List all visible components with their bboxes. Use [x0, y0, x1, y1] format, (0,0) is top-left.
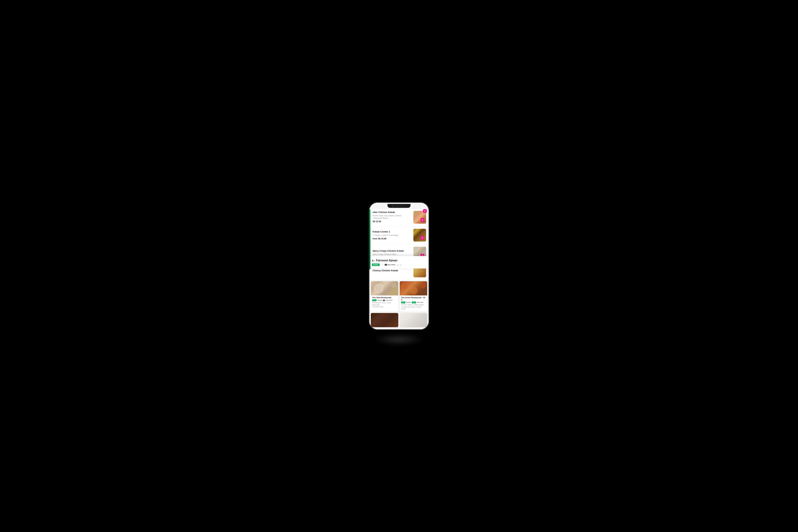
scene: + utter Chicken Kebab Home-made Juicy Bu… — [362, 193, 436, 339]
view-bowl — [391, 283, 397, 288]
grove-dish1 — [401, 282, 408, 289]
item-desc-combo: 1 Kebab, 1 side & 1 beverage — [373, 234, 412, 236]
item-desc-spicy: Spicy Crispy Chicken Fillet + — [373, 253, 412, 255]
grove-restaurant-image — [400, 281, 427, 296]
view-plate — [374, 284, 383, 293]
grove-dining-label: DINING — [406, 302, 411, 303]
sensor — [405, 205, 406, 206]
restaurant-card-bottom-left[interactable] — [371, 313, 398, 327]
notch-bar — [369, 203, 429, 209]
restaurant-card-bottom-right[interactable] — [400, 313, 427, 327]
kebab-combo-image — [413, 229, 426, 242]
item-name-spicy: Spicy Crispy Chicken Kebab — [373, 249, 412, 252]
item-name-combo: Kebab Combo 1 — [373, 230, 412, 233]
pipe-divider: | — [382, 263, 382, 266]
grove-restaurant-info: The Grove Restaurant - Al Z 4.7+ DINING … — [400, 296, 427, 311]
menu-item-info-spicy: Spicy Crispy Chicken Kebab Spicy Crispy … — [373, 249, 413, 256]
menu-item-butter-chicken[interactable]: utter Chicken Kebab Home-made Juicy Butt… — [369, 209, 429, 226]
menu-item-info-cheesy: Cheesy Chicken Kebab — [373, 269, 413, 273]
bottom-right-restaurant-image — [400, 313, 427, 327]
restaurant-section: The View Restaurant 4.0+ DINING DELIVERY… — [369, 280, 429, 327]
view-restaurant-name: The View Restaurant — [372, 297, 397, 299]
grove-delivery-label: DELIVERY — [417, 302, 424, 303]
view-delivery-icon — [383, 300, 385, 301]
restaurant-grid: The View Restaurant 4.0+ DINING DELIVERY… — [371, 281, 427, 327]
item-price-combo: from S$ 15.90 — [373, 238, 412, 240]
item-name-butter: utter Chicken Kebab — [373, 211, 412, 214]
delivery-badge-label: DELIVERY — [388, 264, 396, 266]
grove-restaurant-cuisine: Emirati, Arabian, Middle Eastern Al Zora… — [401, 304, 426, 310]
dining-badge: DINING — [372, 264, 380, 266]
view-restaurant-badges: 4.0+ DINING DELIVERY — [372, 299, 397, 301]
restaurant-popup[interactable]: a - Fairmont Ajman DINING | DELIVERY ck,… — [369, 256, 429, 268]
top-plus-button[interactable]: + — [423, 209, 427, 213]
grove-dining-rating: 4.7+ — [401, 302, 405, 303]
phone-shadow — [373, 334, 425, 344]
grove-delivery-rating: 4.0+ — [412, 302, 416, 303]
restaurant-card-grove[interactable]: The Grove Restaurant - Al Z 4.7+ DINING … — [400, 281, 427, 311]
item-price-butter: S$ 12.50 — [373, 220, 412, 223]
green-accent-bar — [369, 209, 370, 269]
phone-inner: + utter Chicken Kebab Home-made Juicy Bu… — [369, 203, 429, 329]
view-dining-label: DINING — [377, 300, 382, 301]
view-restaurant-image — [371, 281, 398, 296]
add-butter-button[interactable]: + — [420, 218, 424, 222]
menu-item-info-combo: Kebab Combo 1 1 Kebab, 1 side & 1 bevera… — [373, 230, 413, 240]
phone-frame: + utter Chicken Kebab Home-made Juicy Bu… — [369, 202, 429, 330]
menu-item-kebab-combo[interactable]: Kebab Combo 1 1 Kebab, 1 side & 1 bevera… — [369, 226, 429, 244]
popup-restaurant-name: a - Fairmont Ajman — [372, 259, 426, 262]
grove-restaurant-badges: 4.7+ DINING 4.0+ DELIVERY — [401, 302, 426, 303]
notch — [387, 204, 411, 208]
popup-location: ck, TX, — [397, 264, 402, 266]
grove-dish2 — [420, 282, 426, 288]
menu-item-info: utter Chicken Kebab Home-made Juicy Butt… — [373, 211, 413, 223]
grove-dish3 — [410, 287, 417, 294]
restaurant-card-view[interactable]: The View Restaurant 4.0+ DINING DELIVERY… — [371, 281, 398, 311]
bottom-left-restaurant-image — [371, 313, 398, 327]
view-dining-rating: 4.0+ — [372, 299, 377, 301]
item-desc-butter: Home-made Juicy Butter Chicken +Flavoure… — [373, 214, 412, 220]
view-delivery-label: DELIVERY — [386, 300, 393, 301]
delivery-car-icon — [385, 264, 387, 266]
popup-badges: DINING | DELIVERY ck, TX, — [372, 263, 426, 266]
add-combo-button[interactable]: + — [420, 236, 424, 240]
front-camera — [392, 205, 393, 207]
phone-content: utter Chicken Kebab Home-made Juicy Butt… — [369, 209, 429, 329]
speaker — [395, 206, 404, 206]
item-name-cheesy: Cheesy Chicken Kebab — [373, 269, 412, 272]
view-restaurant-cuisine: International, Pizza, Sushi, Beverages A… — [372, 302, 397, 308]
grove-restaurant-name: The Grove Restaurant - Al Z — [401, 297, 426, 301]
view-restaurant-info: The View Restaurant 4.0+ DINING DELIVERY… — [371, 296, 398, 309]
